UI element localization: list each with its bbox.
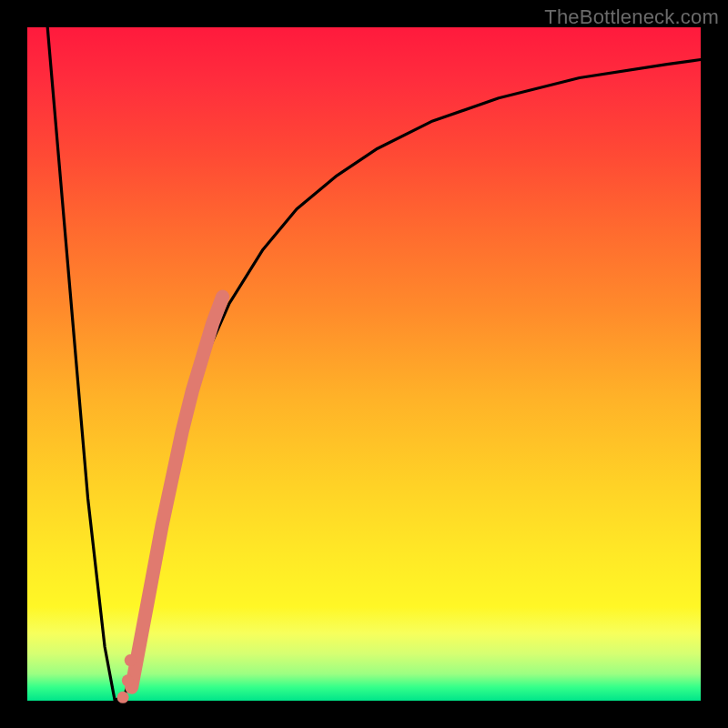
marker-strip bbox=[132, 297, 223, 687]
marker-dot bbox=[125, 654, 136, 666]
watermark-text: TheBottleneck.com bbox=[544, 5, 719, 29]
marker-dot bbox=[117, 692, 129, 703]
plot-area bbox=[27, 27, 701, 701]
chart-frame: TheBottleneck.com bbox=[0, 0, 728, 728]
curve-svg bbox=[27, 27, 701, 701]
marker-dot bbox=[122, 674, 134, 686]
